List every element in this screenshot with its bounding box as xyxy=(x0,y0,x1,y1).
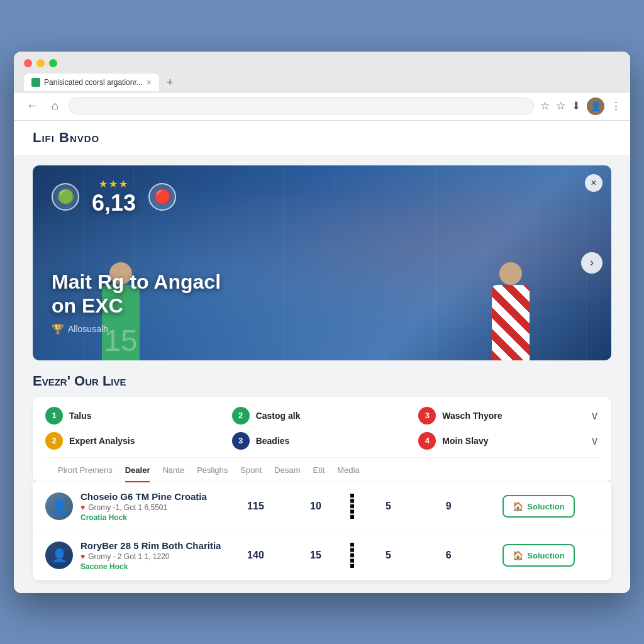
filter-item-0[interactable]: 1 Talus xyxy=(45,407,226,425)
user-avatar[interactable]: 👤 xyxy=(587,97,604,115)
player-info-0: 👤 Choseio G6 TM Pine Croatia ♥ Gromy -1,… xyxy=(45,491,226,522)
hero-subtitle: 🏆 Allosusalh xyxy=(52,323,240,335)
filter-row-1: 1 Talus 2 Castog alk 3 Wasch Thyore ∨ xyxy=(45,407,599,432)
active-tab[interactable]: Panisicated ccorsl argationr... × xyxy=(24,74,159,91)
table-row: 👤 RoryBer 28 5 Rim Both Charitia ♥ Gromy… xyxy=(33,531,611,580)
player-meta-0: ♥ Gromy -1, Got 1 6,5501 xyxy=(80,503,207,512)
table-tab-1[interactable]: Dealer xyxy=(125,465,150,482)
filter-badge-4: 3 xyxy=(232,432,250,450)
home-button[interactable]: ⌂ xyxy=(48,98,62,114)
filter-dropdown-2[interactable]: ∨ xyxy=(591,409,599,423)
tab-favicon-icon xyxy=(31,78,40,87)
player-club-0: Croatia Hock xyxy=(80,513,207,522)
maximize-window-button[interactable] xyxy=(49,59,57,67)
divider-1 xyxy=(346,543,358,568)
new-tab-button[interactable]: + xyxy=(162,74,179,92)
player-stat2-1: 15 xyxy=(286,550,346,561)
player-avatar-1: 👤 xyxy=(45,541,73,569)
hero-close-button[interactable]: × xyxy=(585,174,602,192)
filter-item-5[interactable]: 4 Moin Slavy ∨ xyxy=(418,432,599,450)
player-name-0: Choseio G6 TM Pine Croatia xyxy=(80,491,207,502)
hero-stars: ★★★ xyxy=(87,178,141,190)
table-tab-3[interactable]: Peslighs xyxy=(197,465,228,482)
traffic-lights xyxy=(24,59,620,67)
filter-label-1: Castog alk xyxy=(256,411,301,421)
player-stat1-0: 115 xyxy=(226,501,286,512)
tab-bar: Panisicated ccorsl argationr... × + xyxy=(24,74,620,92)
section-title: Evezr' Our Live xyxy=(33,373,611,389)
score-area: ★★★ 6,13 xyxy=(87,178,141,216)
player-stat4-0: 9 xyxy=(418,501,479,512)
player-meta-text-1: Gromy - 2 Got 1 1, 1220 xyxy=(88,552,169,561)
player-stat1-1: 140 xyxy=(226,550,286,561)
filter-label-0: Talus xyxy=(69,411,92,421)
solution-button-0[interactable]: 🏠 Soluction xyxy=(502,495,574,518)
minimize-window-button[interactable] xyxy=(36,59,45,67)
close-window-button[interactable] xyxy=(24,59,32,67)
solution-icon-1: 🏠 xyxy=(513,550,523,560)
filter-label-4: Beadies xyxy=(256,436,290,446)
player-name-1: RoryBer 28 5 Rim Both Charitia xyxy=(80,540,221,551)
team-right: 🔴 xyxy=(148,183,176,211)
toolbar-actions: ☆ ☆ ⬇ 👤 ⋮ xyxy=(540,97,621,115)
filter-badge-3: 2 xyxy=(45,432,63,450)
solution-button-1[interactable]: 🏠 Soluction xyxy=(502,544,574,567)
site-logo: Lifi Bnvdo xyxy=(33,130,99,145)
filter-badge-2: 3 xyxy=(418,407,436,425)
filter-dropdown-5[interactable]: ∨ xyxy=(591,434,599,448)
player-club-1: Sacone Hock xyxy=(80,562,221,571)
address-bar[interactable] xyxy=(69,97,534,114)
browser-window: Panisicated ccorsl argationr... × + ← ⌂ … xyxy=(14,52,630,593)
filter-item-1[interactable]: 2 Castog alk xyxy=(232,407,413,425)
table-tab-6[interactable]: Etit xyxy=(313,465,325,482)
browser-toolbar: ← ⌂ ☆ ☆ ⬇ 👤 ⋮ xyxy=(14,92,630,121)
divider-line-0 xyxy=(350,494,354,519)
hero-title: Mait Rg to Angacl on EXC xyxy=(52,270,240,318)
heart-icon-1: ♥ xyxy=(80,552,85,561)
filter-item-2[interactable]: 3 Wasch Thyore ∨ xyxy=(418,407,599,425)
tab-close-button[interactable]: × xyxy=(147,78,152,87)
filter-item-4[interactable]: 3 Beadies xyxy=(232,432,413,450)
player-stat3-1: 5 xyxy=(358,550,419,561)
tab-title-text: Panisicated ccorsl argationr... xyxy=(44,78,143,87)
table-tab-2[interactable]: Nante xyxy=(162,465,184,482)
table-tab-0[interactable]: Pirort Premens xyxy=(58,465,113,482)
filter-item-3[interactable]: 2 Expert Analysis xyxy=(45,432,226,450)
divider-line-1 xyxy=(350,543,354,568)
hero-subtitle-text: Allosusalh xyxy=(68,324,108,334)
divider-0 xyxy=(346,494,358,519)
player-meta-1: ♥ Gromy - 2 Got 1 1, 1220 xyxy=(80,552,221,561)
table-tabs: Pirort PremensDealerNantePeslighsSpontDe… xyxy=(45,457,599,482)
player-info-1: 👤 RoryBer 28 5 Rim Both Charitia ♥ Gromy… xyxy=(45,540,226,571)
filter-badge-5: 4 xyxy=(418,432,436,450)
download-icon[interactable]: ⬇ xyxy=(572,99,580,113)
hero-scores: 🟢 ★★★ 6,13 🔴 xyxy=(52,178,176,216)
table-tab-4[interactable]: Spont xyxy=(240,465,262,482)
page-content: Lifi Bnvdo 15 🟢 ★★★ 6,13 xyxy=(14,121,630,593)
site-header: Lifi Bnvdo xyxy=(14,121,630,155)
back-button[interactable]: ← xyxy=(23,98,42,114)
filter-row-2: 2 Expert Analysis 3 Beadies 4 Moin Slavy… xyxy=(45,432,599,457)
browser-titlebar: Panisicated ccorsl argationr... × + xyxy=(14,52,630,92)
player-stat3-0: 5 xyxy=(358,501,419,512)
player-details-0: Choseio G6 TM Pine Croatia ♥ Gromy -1, G… xyxy=(80,491,207,522)
player-stat2-0: 10 xyxy=(286,501,346,512)
score-display: 6,13 xyxy=(92,190,136,216)
subtitle-icon: 🏆 xyxy=(52,323,64,335)
filter-label-2: Wasch Thyore xyxy=(442,411,502,421)
hero-next-button[interactable]: › xyxy=(581,252,602,274)
player-details-1: RoryBer 28 5 Rim Both Charitia ♥ Gromy -… xyxy=(80,540,221,571)
bookmark-icon[interactable]: ☆ xyxy=(540,99,550,113)
star-icon[interactable]: ☆ xyxy=(556,99,565,113)
player-silhouette-right xyxy=(492,262,530,360)
hero-banner: 15 🟢 ★★★ 6,13 🔴 Mai xyxy=(33,165,611,360)
filter-label-5: Moin Slavy xyxy=(442,436,488,446)
player-table: 👤 Choseio G6 TM Pine Croatia ♥ Gromy -1,… xyxy=(33,482,611,580)
player-stat4-1: 6 xyxy=(418,550,479,561)
table-tab-7[interactable]: Media xyxy=(337,465,359,482)
table-tab-5[interactable]: Desam xyxy=(274,465,300,482)
heart-icon-0: ♥ xyxy=(80,503,85,512)
team-badge-left: 🟢 xyxy=(52,183,79,211)
player-meta-text-0: Gromy -1, Got 1 6,5501 xyxy=(88,503,167,512)
menu-icon[interactable]: ⋮ xyxy=(611,99,621,113)
